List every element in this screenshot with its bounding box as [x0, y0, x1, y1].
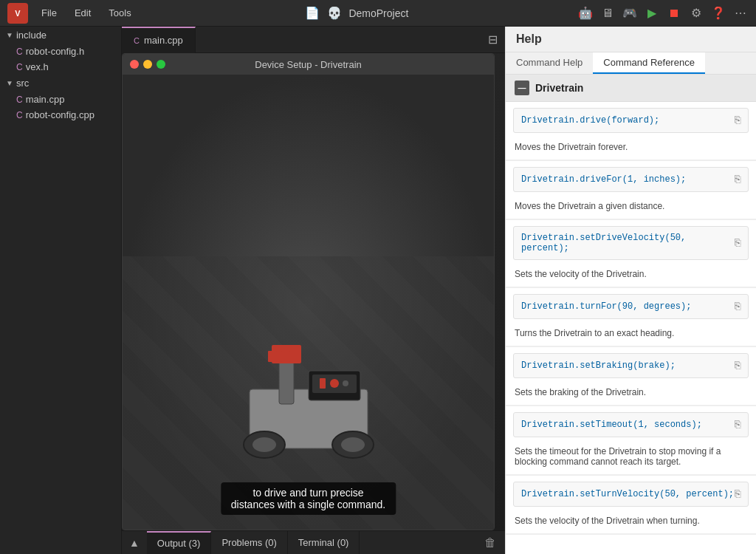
help-code-text-2: Drivetrain.setDriveVelocity(50, percent)…	[521, 233, 735, 253]
section-icon: —	[515, 81, 529, 95]
subtitle-line1: to drive and turn precise	[252, 487, 363, 499]
sidebar-label-robot-config-cpp: robot-config.cpp	[26, 109, 94, 120]
help-code-5: Drivetrain.setTimeout(1, seconds); ⎘	[513, 412, 749, 437]
copy-icon-3[interactable]: ⎘	[735, 301, 740, 312]
traffic-lights	[130, 60, 165, 69]
robot-background	[123, 75, 494, 530]
svg-rect-7	[268, 351, 277, 362]
section-title: Drivetrain	[535, 82, 583, 94]
sidebar-item-main-cpp[interactable]: C main.cpp	[0, 92, 121, 107]
help-desc-1: Moves the Drivetrain a given distance.	[506, 198, 756, 219]
c-file-icon-3: C	[16, 95, 23, 105]
help-code-text-3: Drivetrain.turnFor(90, degrees);	[521, 301, 691, 312]
editor-content: 11 12 13 14 15 16 17 18 19 /*-------- //…	[122, 53, 505, 530]
help-header: Help	[506, 27, 756, 52]
copy-icon-2[interactable]: ⎘	[735, 237, 740, 249]
help-panel: Help Command Help Command Reference — Dr…	[505, 27, 756, 554]
toolbar: V File Edit Tools 📄 💀 DemoProject 🤖 🖥 🎮 …	[0, 0, 756, 27]
help-code-2: Drivetrain.setDriveVelocity(50, percent)…	[513, 226, 749, 260]
help-code-text-1: Drivetrain.driveFor(1, inches);	[521, 174, 686, 185]
help-desc-0: Moves the Drivetrain forever.	[506, 139, 756, 160]
sidebar-folder-include[interactable]: ▼ include	[0, 27, 121, 44]
device-overlay-title: Device Setup - Drivetrain	[255, 59, 362, 70]
device-overlay-titlebar: Device Setup - Drivetrain	[123, 54, 494, 75]
copy-icon-0[interactable]: ⎘	[735, 114, 740, 126]
subtitle-bar: to drive and turn precise distances with…	[221, 482, 396, 515]
copy-icon-1[interactable]: ⎘	[735, 174, 740, 185]
tab-problems[interactable]: Problems (0)	[211, 531, 287, 555]
help-title: Help	[516, 33, 542, 45]
include-folder-label: include	[16, 30, 47, 41]
help-code-4: Drivetrain.setBraking(brake); ⎘	[513, 353, 749, 378]
help-code-text-5: Drivetrain.setTimeout(1, seconds);	[521, 420, 702, 430]
help-icon-toolbar[interactable]: ❓	[710, 5, 726, 21]
help-desc-6: Sets the velocity of the Drivetrain when…	[506, 513, 756, 534]
traffic-light-yellow[interactable]	[143, 60, 152, 69]
robot-icon[interactable]: 🤖	[577, 5, 594, 21]
subtitle-line2: distances with a single command.	[231, 499, 385, 510]
svg-point-2	[252, 437, 276, 452]
toolbar-center: 📄 💀 DemoProject	[304, 5, 408, 21]
help-code-text-0: Drivetrain.drive(forward);	[521, 115, 659, 126]
controller-icon[interactable]: 🎮	[622, 5, 638, 21]
copy-icon-5[interactable]: ⎘	[735, 419, 740, 431]
tab-output[interactable]: Output (3)	[147, 531, 212, 555]
svg-point-4	[341, 437, 365, 452]
more-icon[interactable]: ⋯	[732, 5, 749, 21]
help-code-text-6: Drivetrain.setTurnVelocity(50, percent);	[521, 489, 734, 499]
bottom-bar: ▲ Output (3) Problems (0) Terminal (0) 🗑	[122, 530, 505, 554]
svg-point-13	[343, 380, 348, 386]
monitor-icon[interactable]: 🖥	[599, 5, 616, 21]
tab-terminal[interactable]: Terminal (0)	[288, 531, 360, 555]
editor-area: C main.cpp ⊟ 11 12 13 14 15 16 17 18 19 …	[122, 27, 505, 554]
sidebar-item-robot-config-h[interactable]: C robot-config.h	[0, 44, 121, 59]
run-icon[interactable]: ▶	[644, 5, 660, 21]
svg-point-12	[330, 379, 339, 388]
settings-icon[interactable]: ⚙	[688, 5, 704, 21]
help-section-header: — Drivetrain	[506, 75, 756, 102]
sidebar-label-main-cpp: main.cpp	[26, 94, 65, 105]
tab-main-cpp[interactable]: C main.cpp	[122, 27, 196, 53]
help-entry-6: Drivetrain.setTurnVelocity(50, percent);…	[506, 482, 756, 535]
help-desc-5: Sets the timeout for the Drivetrain to s…	[506, 443, 756, 475]
sidebar-item-vex-h[interactable]: C vex.h	[0, 59, 121, 75]
traffic-light-red[interactable]	[130, 60, 139, 69]
copy-icon-6[interactable]: ⎘	[735, 488, 740, 500]
src-arrow: ▼	[6, 79, 13, 87]
traffic-light-green[interactable]	[157, 60, 165, 69]
help-entry-2: Drivetrain.setDriveVelocity(50, percent)…	[506, 226, 756, 288]
sidebar-item-robot-config-cpp[interactable]: C robot-config.cpp	[0, 107, 121, 123]
tab-file-icon: C	[134, 36, 140, 45]
help-code-3: Drivetrain.turnFor(90, degrees); ⎘	[513, 294, 749, 319]
main-container: ▼ include C robot-config.h C vex.h ▼ src…	[0, 27, 756, 554]
tab-command-reference[interactable]: Command Reference	[593, 52, 705, 74]
bottom-toggle[interactable]: ▲	[122, 537, 147, 549]
file-icon[interactable]: 📄	[304, 5, 320, 21]
copy-icon-4[interactable]: ⎘	[735, 360, 740, 372]
tools-menu[interactable]: Tools	[104, 6, 135, 20]
edit-menu[interactable]: Edit	[70, 6, 95, 20]
help-entry-5: Drivetrain.setTimeout(1, seconds); ⎘ Set…	[506, 412, 756, 476]
tab-label-main-cpp: main.cpp	[144, 35, 183, 46]
file-menu[interactable]: File	[37, 6, 61, 20]
include-arrow: ▼	[6, 31, 13, 39]
help-code-0: Drivetrain.drive(forward); ⎘	[513, 108, 749, 133]
help-tabs: Command Help Command Reference	[506, 52, 756, 75]
stop-icon[interactable]: ⏹	[666, 5, 682, 21]
c-file-icon-1: C	[16, 47, 23, 57]
tab-command-help[interactable]: Command Help	[506, 52, 593, 74]
help-entry-3: Drivetrain.turnFor(90, degrees); ⎘ Turns…	[506, 294, 756, 347]
help-content: — Drivetrain Drivetrain.drive(forward); …	[506, 75, 756, 554]
sidebar-folder-src[interactable]: ▼ src	[0, 75, 121, 92]
split-button[interactable]: ⊟	[488, 33, 505, 47]
svg-rect-8	[281, 351, 290, 362]
svg-rect-5	[279, 360, 294, 404]
help-desc-2: Sets the velocity of the Drivetrain.	[506, 266, 756, 287]
editor-tabs: C main.cpp ⊟	[122, 27, 505, 53]
src-folder-label: src	[16, 78, 29, 89]
skull-icon[interactable]: 💀	[326, 5, 343, 21]
sidebar-label-robot-config-h: robot-config.h	[26, 46, 85, 57]
toolbar-left: V File Edit Tools	[7, 3, 136, 24]
trash-icon[interactable]: 🗑	[484, 536, 505, 550]
help-desc-3: Turns the Drivetrain to an exact heading…	[506, 325, 756, 346]
